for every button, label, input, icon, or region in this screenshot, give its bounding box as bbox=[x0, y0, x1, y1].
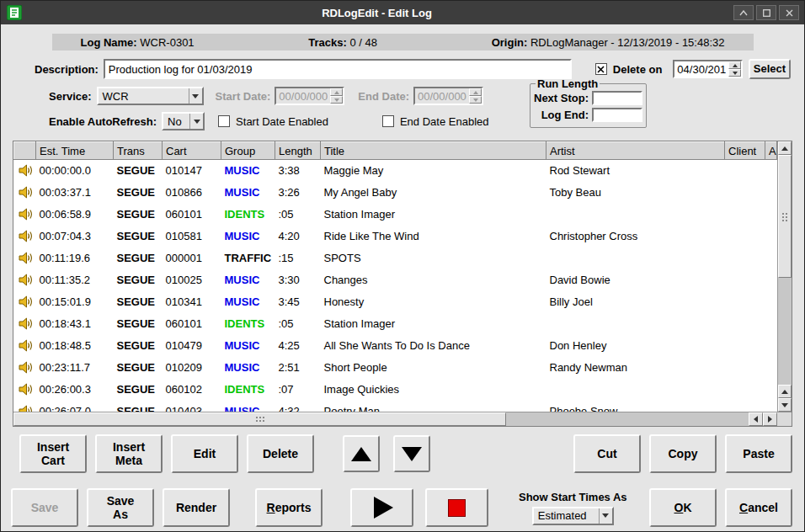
horizontal-scrollbar-track[interactable] bbox=[506, 412, 749, 426]
speaker-icon bbox=[19, 383, 33, 396]
scrollbar-grip bbox=[256, 417, 258, 418]
est-time-cell: 00:26:07.0 bbox=[36, 401, 114, 412]
start-date-enabled-checkbox[interactable] bbox=[218, 115, 230, 127]
cart-cell: 010581 bbox=[163, 226, 221, 247]
spin-down-icon[interactable] bbox=[728, 69, 741, 77]
column-header-est-time[interactable]: Est. Time bbox=[36, 142, 114, 160]
scroll-up-button-bottom[interactable] bbox=[778, 385, 792, 398]
move-up-button[interactable] bbox=[343, 435, 380, 472]
column-header-agency[interactable]: Age bbox=[765, 142, 777, 160]
row-icon-cell bbox=[14, 269, 36, 291]
delete-date-spinbox[interactable] bbox=[673, 60, 743, 78]
table-row[interactable]: 00:26:07.0 SEGUE 010403 MUSIC 4:32 Poetr… bbox=[14, 401, 777, 412]
scroll-down-button[interactable] bbox=[778, 398, 792, 412]
scroll-up-button[interactable] bbox=[778, 141, 792, 155]
column-header-client[interactable]: Client bbox=[725, 142, 765, 160]
title-cell: SPOTS bbox=[321, 247, 546, 269]
vertical-scrollbar[interactable] bbox=[777, 141, 792, 412]
column-header-title[interactable]: Title bbox=[321, 142, 546, 160]
group-cell: IDENTS bbox=[221, 379, 275, 401]
table-row[interactable]: 00:06:58.9 SEGUE 060101 IDENTS :05 Stati… bbox=[14, 204, 777, 226]
table-row[interactable]: 00:18:48.5 SEGUE 010479 MUSIC 4:25 All S… bbox=[14, 335, 777, 357]
end-date-enabled-checkbox[interactable] bbox=[382, 115, 394, 127]
move-down-button[interactable] bbox=[393, 435, 430, 472]
insert-meta-button[interactable]: Insert Meta bbox=[95, 434, 163, 473]
description-input[interactable] bbox=[104, 59, 572, 79]
spin-down-icon bbox=[469, 96, 482, 104]
group-cell: MUSIC bbox=[221, 401, 275, 412]
save-button[interactable]: Save bbox=[11, 488, 78, 527]
shade-window-button[interactable] bbox=[733, 5, 754, 20]
table-row[interactable]: 00:23:11.7 SEGUE 010209 MUSIC 2:51 Short… bbox=[14, 357, 777, 379]
trans-cell: SEGUE bbox=[114, 401, 163, 412]
save-as-button[interactable]: Save As bbox=[87, 488, 154, 527]
est-time-cell: 00:26:00.3 bbox=[36, 379, 114, 401]
column-header-artist[interactable]: Artist bbox=[546, 142, 725, 160]
delete-on-checkbox[interactable] bbox=[595, 63, 607, 75]
titlebar[interactable]: RDLogEdit - Edit Log bbox=[1, 1, 804, 24]
delete-button[interactable]: Delete bbox=[247, 434, 314, 473]
spin-up-icon[interactable] bbox=[728, 61, 741, 69]
stop-button[interactable] bbox=[425, 488, 488, 527]
horizontal-scrollbar-thumb[interactable] bbox=[13, 412, 506, 426]
vertical-scrollbar-track[interactable] bbox=[778, 278, 792, 385]
table-row[interactable]: 00:07:04.3 SEGUE 010581 MUSIC 4:20 Ride … bbox=[14, 226, 777, 247]
autorefresh-select[interactable]: No bbox=[162, 112, 205, 130]
group-cell: MUSIC bbox=[221, 226, 275, 247]
table-row[interactable]: 00:11:19.6 SEGUE 000001 TRAFFIC :15 SPOT… bbox=[14, 247, 777, 269]
table-row[interactable]: 00:00:00.0 SEGUE 010147 MUSIC 3:38 Maggi… bbox=[14, 160, 777, 182]
paste-button[interactable]: Paste bbox=[725, 434, 792, 473]
column-header-trans[interactable]: Trans bbox=[114, 142, 163, 160]
log-end-input[interactable] bbox=[592, 108, 642, 122]
show-start-times-label: Show Start Times As bbox=[519, 491, 627, 503]
artist-cell: David Bowie bbox=[546, 269, 725, 291]
dropdown-arrow-icon bbox=[189, 114, 203, 129]
artist-cell: Don Henley bbox=[546, 335, 725, 357]
row-icon-cell bbox=[14, 160, 36, 182]
vertical-scrollbar-thumb[interactable] bbox=[778, 155, 792, 278]
ok-button[interactable]: OK bbox=[649, 488, 717, 527]
cancel-button[interactable]: Cancel bbox=[725, 488, 792, 527]
close-window-button[interactable] bbox=[779, 5, 799, 20]
show-start-times-select[interactable]: Estimated bbox=[532, 507, 614, 525]
column-header-blank[interactable] bbox=[14, 142, 36, 160]
column-header-length[interactable]: Length bbox=[275, 142, 321, 160]
select-date-button[interactable]: Select bbox=[749, 59, 791, 79]
length-cell: :07 bbox=[275, 379, 321, 401]
table-header-row: Est. Time Trans Cart Group Length Title … bbox=[14, 142, 777, 160]
next-stop-input[interactable] bbox=[592, 91, 642, 105]
scroll-left-button[interactable] bbox=[749, 412, 763, 426]
delete-date-input[interactable] bbox=[674, 61, 728, 77]
reports-button[interactable]: Reports bbox=[255, 488, 323, 527]
service-select[interactable]: WCR bbox=[97, 87, 204, 105]
scroll-right-button[interactable] bbox=[763, 412, 777, 426]
column-header-group[interactable]: Group bbox=[221, 142, 275, 160]
maximize-window-button[interactable] bbox=[756, 5, 776, 20]
edit-button[interactable]: Edit bbox=[171, 434, 238, 473]
length-cell: 4:20 bbox=[275, 226, 321, 247]
speaker-icon bbox=[19, 186, 33, 199]
horizontal-scrollbar[interactable] bbox=[13, 412, 777, 426]
table-row[interactable]: 00:18:43.1 SEGUE 060101 IDENTS :05 Stati… bbox=[14, 313, 777, 335]
autorefresh-row: Enable AutoRefresh: No Start Date Enable… bbox=[1, 110, 804, 132]
copy-button[interactable]: Copy bbox=[649, 434, 717, 473]
log-rows: 00:00:00.0 SEGUE 010147 MUSIC 3:38 Maggi… bbox=[14, 160, 777, 412]
cart-cell: 010866 bbox=[163, 182, 221, 204]
insert-cart-button[interactable]: Insert Cart bbox=[19, 434, 87, 473]
cart-cell: 010403 bbox=[163, 401, 221, 412]
table-row[interactable]: 00:26:00.3 SEGUE 060102 IDENTS :07 Image… bbox=[14, 379, 777, 401]
agency-cell bbox=[765, 335, 777, 357]
table-row[interactable]: 00:11:35.2 SEGUE 010025 MUSIC 3:30 Chang… bbox=[14, 269, 777, 291]
table-row[interactable]: 00:15:01.9 SEGUE 010341 MUSIC 3:45 Hones… bbox=[14, 291, 777, 313]
title-cell: Honesty bbox=[321, 291, 546, 313]
play-button[interactable] bbox=[350, 488, 413, 527]
render-button[interactable]: Render bbox=[163, 488, 230, 527]
dropdown-arrow-icon bbox=[189, 88, 202, 104]
agency-cell bbox=[765, 160, 777, 182]
cut-button[interactable]: Cut bbox=[573, 434, 641, 473]
column-header-cart[interactable]: Cart bbox=[163, 142, 221, 160]
next-stop-label: Next Stop: bbox=[534, 92, 589, 104]
group-cell: MUSIC bbox=[221, 357, 275, 379]
table-row[interactable]: 00:03:37.1 SEGUE 010866 MUSIC 3:26 My An… bbox=[14, 182, 777, 204]
agency-cell bbox=[765, 313, 777, 335]
